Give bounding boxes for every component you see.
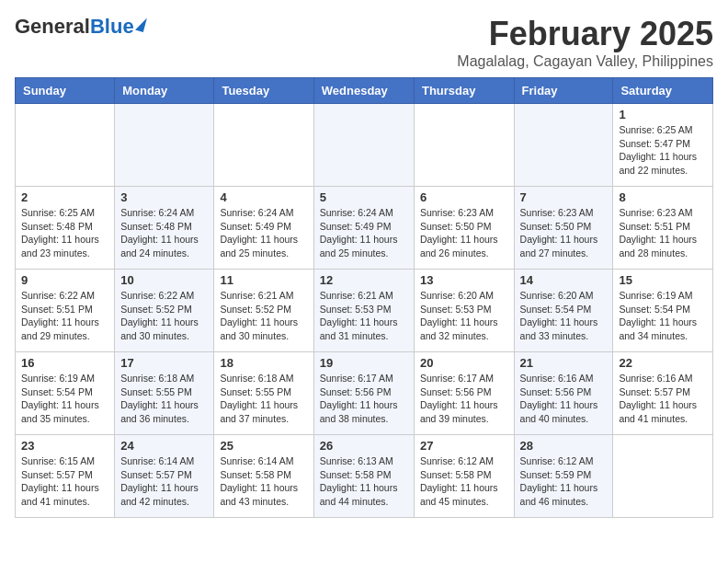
calendar-cell: 4Sunrise: 6:24 AM Sunset: 5:49 PM Daylig… <box>214 187 313 270</box>
day-number: 4 <box>220 190 307 204</box>
day-number: 6 <box>420 190 508 204</box>
day-number: 18 <box>220 356 307 370</box>
day-info: Sunrise: 6:18 AM Sunset: 5:55 PM Dayligh… <box>120 372 208 426</box>
calendar-cell <box>214 104 313 187</box>
week-row-4: 23Sunrise: 6:15 AM Sunset: 5:57 PM Dayli… <box>16 435 713 518</box>
calendar-cell <box>313 104 414 187</box>
month-title: February 2025 <box>457 15 713 53</box>
day-number: 5 <box>320 190 408 204</box>
week-row-0: 1Sunrise: 6:25 AM Sunset: 5:47 PM Daylig… <box>16 104 713 187</box>
week-row-3: 16Sunrise: 6:19 AM Sunset: 5:54 PM Dayli… <box>16 352 713 435</box>
logo-blue-text: Blue <box>90 15 134 38</box>
calendar-cell: 12Sunrise: 6:21 AM Sunset: 5:53 PM Dayli… <box>313 270 414 352</box>
calendar-cell: 28Sunrise: 6:12 AM Sunset: 5:59 PM Dayli… <box>514 435 613 518</box>
day-number: 23 <box>21 439 108 453</box>
day-info: Sunrise: 6:24 AM Sunset: 5:49 PM Dayligh… <box>320 206 408 260</box>
calendar-cell: 7Sunrise: 6:23 AM Sunset: 5:50 PM Daylig… <box>514 187 613 270</box>
logo: General Blue <box>15 15 134 39</box>
calendar-cell: 15Sunrise: 6:19 AM Sunset: 5:54 PM Dayli… <box>613 270 713 352</box>
calendar-cell <box>514 104 613 187</box>
day-info: Sunrise: 6:17 AM Sunset: 5:56 PM Dayligh… <box>320 372 408 426</box>
day-info: Sunrise: 6:15 AM Sunset: 5:57 PM Dayligh… <box>21 454 108 509</box>
title-section: February 2025 Magalalag, Cagayan Valley,… <box>457 15 713 70</box>
calendar-cell: 24Sunrise: 6:14 AM Sunset: 5:57 PM Dayli… <box>115 435 214 518</box>
day-info: Sunrise: 6:14 AM Sunset: 5:57 PM Dayligh… <box>120 454 208 509</box>
day-number: 25 <box>220 439 307 453</box>
day-info: Sunrise: 6:23 AM Sunset: 5:50 PM Dayligh… <box>520 206 608 260</box>
day-info: Sunrise: 6:19 AM Sunset: 5:54 PM Dayligh… <box>21 372 108 426</box>
calendar-header-monday: Monday <box>115 78 214 104</box>
calendar-cell: 21Sunrise: 6:16 AM Sunset: 5:56 PM Dayli… <box>514 352 613 435</box>
calendar-cell: 18Sunrise: 6:18 AM Sunset: 5:55 PM Dayli… <box>214 352 313 435</box>
calendar-cell: 11Sunrise: 6:21 AM Sunset: 5:52 PM Dayli… <box>214 270 313 352</box>
day-info: Sunrise: 6:23 AM Sunset: 5:50 PM Dayligh… <box>420 206 508 260</box>
calendar-header-sunday: Sunday <box>16 78 115 104</box>
calendar-cell: 20Sunrise: 6:17 AM Sunset: 5:56 PM Dayli… <box>414 352 514 435</box>
calendar-header-tuesday: Tuesday <box>214 78 313 104</box>
calendar-cell <box>613 435 713 518</box>
day-info: Sunrise: 6:14 AM Sunset: 5:58 PM Dayligh… <box>220 454 307 509</box>
day-number: 15 <box>619 273 707 287</box>
day-info: Sunrise: 6:19 AM Sunset: 5:54 PM Dayligh… <box>619 289 707 343</box>
week-row-2: 9Sunrise: 6:22 AM Sunset: 5:51 PM Daylig… <box>16 270 713 352</box>
calendar-header-thursday: Thursday <box>414 78 514 104</box>
day-number: 7 <box>520 190 608 204</box>
day-number: 16 <box>21 356 108 370</box>
calendar-cell: 17Sunrise: 6:18 AM Sunset: 5:55 PM Dayli… <box>115 352 214 435</box>
logo-triangle-icon <box>135 16 147 32</box>
day-info: Sunrise: 6:21 AM Sunset: 5:53 PM Dayligh… <box>320 289 408 343</box>
day-info: Sunrise: 6:25 AM Sunset: 5:48 PM Dayligh… <box>21 206 108 260</box>
calendar-cell: 6Sunrise: 6:23 AM Sunset: 5:50 PM Daylig… <box>414 187 514 270</box>
week-row-1: 2Sunrise: 6:25 AM Sunset: 5:48 PM Daylig… <box>16 187 713 270</box>
day-info: Sunrise: 6:16 AM Sunset: 5:57 PM Dayligh… <box>619 372 707 426</box>
calendar-cell: 16Sunrise: 6:19 AM Sunset: 5:54 PM Dayli… <box>16 352 115 435</box>
day-info: Sunrise: 6:22 AM Sunset: 5:51 PM Dayligh… <box>21 289 108 343</box>
logo-general-text: General <box>15 15 90 39</box>
calendar-cell: 3Sunrise: 6:24 AM Sunset: 5:48 PM Daylig… <box>115 187 214 270</box>
calendar-cell: 25Sunrise: 6:14 AM Sunset: 5:58 PM Dayli… <box>214 435 313 518</box>
day-info: Sunrise: 6:24 AM Sunset: 5:49 PM Dayligh… <box>220 206 307 260</box>
calendar-cell: 26Sunrise: 6:13 AM Sunset: 5:58 PM Dayli… <box>313 435 414 518</box>
day-info: Sunrise: 6:17 AM Sunset: 5:56 PM Dayligh… <box>420 372 508 426</box>
page-header: General Blue February 2025 Magalalag, Ca… <box>15 15 713 70</box>
day-info: Sunrise: 6:20 AM Sunset: 5:53 PM Dayligh… <box>420 289 508 343</box>
day-number: 26 <box>320 439 408 453</box>
day-number: 3 <box>120 190 208 204</box>
calendar-cell <box>414 104 514 187</box>
calendar-cell: 8Sunrise: 6:23 AM Sunset: 5:51 PM Daylig… <box>613 187 713 270</box>
calendar-table: SundayMondayTuesdayWednesdayThursdayFrid… <box>15 77 713 518</box>
calendar-cell: 2Sunrise: 6:25 AM Sunset: 5:48 PM Daylig… <box>16 187 115 270</box>
day-info: Sunrise: 6:20 AM Sunset: 5:54 PM Dayligh… <box>520 289 608 343</box>
day-info: Sunrise: 6:23 AM Sunset: 5:51 PM Dayligh… <box>619 206 707 260</box>
calendar-cell: 1Sunrise: 6:25 AM Sunset: 5:47 PM Daylig… <box>613 104 713 187</box>
day-number: 11 <box>220 273 307 287</box>
day-number: 21 <box>520 356 608 370</box>
day-info: Sunrise: 6:16 AM Sunset: 5:56 PM Dayligh… <box>520 372 608 426</box>
day-number: 19 <box>320 356 408 370</box>
day-number: 9 <box>21 273 108 287</box>
calendar-header-saturday: Saturday <box>613 78 713 104</box>
day-info: Sunrise: 6:12 AM Sunset: 5:59 PM Dayligh… <box>520 454 608 509</box>
day-info: Sunrise: 6:24 AM Sunset: 5:48 PM Dayligh… <box>120 206 208 260</box>
calendar-cell <box>16 104 115 187</box>
day-number: 28 <box>520 439 608 453</box>
day-number: 14 <box>520 273 608 287</box>
day-number: 13 <box>420 273 508 287</box>
calendar-cell: 13Sunrise: 6:20 AM Sunset: 5:53 PM Dayli… <box>414 270 514 352</box>
day-number: 22 <box>619 356 707 370</box>
calendar-cell: 5Sunrise: 6:24 AM Sunset: 5:49 PM Daylig… <box>313 187 414 270</box>
calendar-cell: 10Sunrise: 6:22 AM Sunset: 5:52 PM Dayli… <box>115 270 214 352</box>
day-info: Sunrise: 6:21 AM Sunset: 5:52 PM Dayligh… <box>220 289 307 343</box>
day-info: Sunrise: 6:25 AM Sunset: 5:47 PM Dayligh… <box>619 123 707 178</box>
day-number: 27 <box>420 439 508 453</box>
calendar-cell: 22Sunrise: 6:16 AM Sunset: 5:57 PM Dayli… <box>613 352 713 435</box>
day-info: Sunrise: 6:18 AM Sunset: 5:55 PM Dayligh… <box>220 372 307 426</box>
calendar-cell <box>115 104 214 187</box>
day-number: 1 <box>619 108 707 121</box>
day-info: Sunrise: 6:13 AM Sunset: 5:58 PM Dayligh… <box>320 454 408 509</box>
location-subtitle: Magalalag, Cagayan Valley, Philippines <box>457 53 713 70</box>
calendar-header-friday: Friday <box>514 78 613 104</box>
day-number: 10 <box>120 273 208 287</box>
calendar-cell: 23Sunrise: 6:15 AM Sunset: 5:57 PM Dayli… <box>16 435 115 518</box>
calendar-header-row: SundayMondayTuesdayWednesdayThursdayFrid… <box>16 78 713 104</box>
